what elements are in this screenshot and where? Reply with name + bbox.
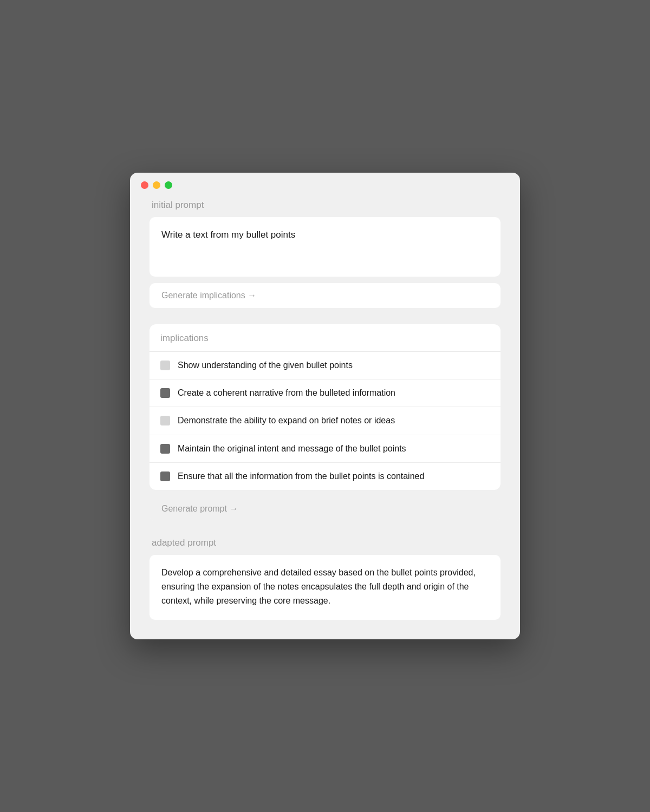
checkbox-2[interactable] [160, 388, 170, 398]
checkbox-3[interactable] [160, 416, 170, 425]
window-content: initial prompt Write a text from my bull… [130, 194, 520, 640]
adapted-prompt-label: adapted prompt [150, 538, 500, 548]
checkbox-4[interactable] [160, 444, 170, 454]
implication-item-2[interactable]: Create a coherent narrative from the bul… [150, 379, 500, 407]
implication-item-5[interactable]: Ensure that all the information from the… [150, 463, 500, 490]
title-bar [130, 173, 520, 194]
initial-prompt-label: initial prompt [150, 200, 500, 211]
implication-text-5: Ensure that all the information from the… [178, 470, 424, 482]
implication-text-1: Show understanding of the given bullet p… [178, 359, 353, 371]
generate-implications-button[interactable]: Generate implications → [150, 283, 500, 308]
implication-item-1[interactable]: Show understanding of the given bullet p… [150, 352, 500, 379]
app-window: initial prompt Write a text from my bull… [130, 173, 520, 640]
checkbox-1[interactable] [160, 361, 170, 370]
generate-prompt-button[interactable]: Generate prompt → [150, 496, 500, 521]
initial-prompt-text: Write a text from my bullet points [161, 228, 489, 242]
implication-text-3: Demonstrate the ability to expand on bri… [178, 415, 395, 427]
implication-item-3[interactable]: Demonstrate the ability to expand on bri… [150, 407, 500, 435]
implication-item-4[interactable]: Maintain the original intent and message… [150, 435, 500, 463]
initial-prompt-box: Write a text from my bullet points [150, 217, 500, 277]
checkbox-5[interactable] [160, 472, 170, 481]
maximize-button[interactable] [165, 181, 172, 189]
minimize-button[interactable] [153, 181, 160, 189]
close-button[interactable] [141, 181, 148, 189]
implications-container: implications Show understanding of the g… [150, 324, 500, 490]
adapted-prompt-text: Develop a comprehensive and detailed ess… [161, 566, 489, 607]
implication-text-4: Maintain the original intent and message… [178, 443, 406, 455]
implications-label: implications [160, 333, 490, 344]
adapted-prompt-box: Develop a comprehensive and detailed ess… [150, 555, 500, 620]
implications-header: implications [150, 324, 500, 352]
implication-text-2: Create a coherent narrative from the bul… [178, 387, 395, 399]
